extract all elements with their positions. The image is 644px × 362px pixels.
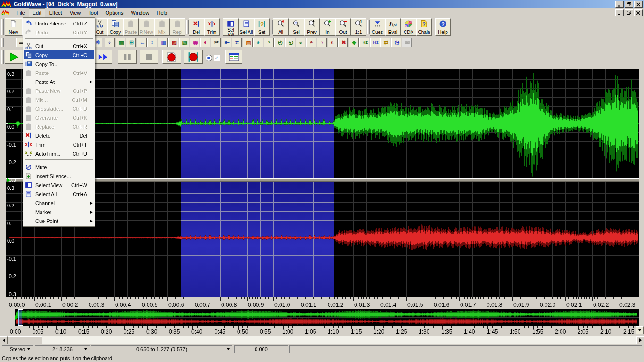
menu-item-select-view[interactable]: Select ViewCtrl+W (24, 181, 94, 189)
channel-mode-selector[interactable]: Stereo (2, 345, 33, 353)
overview-waveform[interactable] (6, 309, 639, 326)
menu-item-channel[interactable]: Channel▶ (24, 198, 94, 207)
menu-item-autotrim[interactable]: AutoTrim...Ctrl+U (24, 149, 94, 158)
toolbar-drag-handle[interactable] (1, 38, 4, 47)
time-knob-icon[interactable]: ◴ (274, 38, 284, 47)
channel-divider[interactable] (6, 178, 639, 182)
vocal-remove-icon[interactable]: ✖ (338, 38, 348, 47)
level-knob-icon[interactable]: ◒ (296, 38, 305, 47)
menu-item-paste[interactable]: PasteCtrl+V (24, 68, 94, 77)
zoom-all-button[interactable]: All (273, 18, 289, 36)
menu-item-undo-silence[interactable]: Undo SilenceCtrl+Z (24, 19, 94, 28)
swap-channels-icon[interactable]: ⇄ (380, 38, 390, 47)
menu-item-replace[interactable]: ReplaceCtrl+R (24, 122, 94, 131)
delete-button[interactable]: Del (189, 18, 204, 36)
position-pane[interactable]: 0.000 (234, 345, 288, 353)
pitch-knob-icon[interactable]: ◕ (253, 38, 263, 47)
menu-item-trim[interactable]: TrimCtrl+T (24, 140, 94, 149)
zoom-1-1-button[interactable]: 11:1 (351, 18, 366, 36)
menu-item-copy[interactable]: CopyCtrl+C (24, 50, 94, 59)
menu-item-marker[interactable]: Marker▶ (24, 207, 94, 216)
menu-item-paste-new[interactable]: Paste NewCtrl+P (24, 86, 94, 95)
horizontal-scrollbar[interactable] (0, 336, 644, 344)
noise-reduction-icon[interactable]: ▧ (179, 38, 189, 47)
resample-icon[interactable]: ↕ (147, 38, 157, 47)
quantize-icon[interactable]: ▦ (116, 38, 125, 47)
record-selection-button[interactable] (184, 50, 203, 64)
scroll-left-button[interactable] (0, 336, 8, 344)
cd-audio-icon[interactable]: ◉ (190, 38, 199, 47)
replace-button[interactable]: Repl (170, 18, 185, 36)
cdx-button[interactable]: CDX (401, 18, 416, 36)
selection-range-selector[interactable]: 0.650 to 1.227 (0.577) (91, 345, 232, 353)
child-close-button[interactable] (634, 9, 643, 16)
help-button[interactable]: ?Help (435, 18, 451, 36)
menu-item-mix[interactable]: Mix...Ctrl+M (24, 95, 94, 104)
link-knob-icon[interactable]: ◑ (317, 38, 327, 47)
paste-new-button[interactable]: P.New (139, 18, 154, 36)
menu-item-overwrite[interactable]: OverwriteCtrl+K (24, 113, 94, 122)
minimize-button[interactable] (615, 1, 624, 8)
evaluate-button[interactable]: f(x)Eval (385, 18, 401, 36)
pitch-scale-icon[interactable]: Hz (370, 38, 380, 47)
menu-item-crossfade[interactable]: Crossfade...Ctrl+D (24, 104, 94, 113)
menu-item-insert-silence[interactable]: Insert Silence... (24, 172, 94, 181)
pause-button[interactable] (118, 50, 137, 64)
menu-item-paste-at[interactable]: Paste At▶ (24, 77, 94, 86)
menu-help[interactable]: Help (153, 8, 172, 17)
fade-knob-icon[interactable]: ◵ (285, 38, 295, 47)
zoom-in-button[interactable]: In (320, 18, 335, 36)
menu-effect[interactable]: Effect (45, 8, 66, 17)
mix-button[interactable]: Mix (154, 18, 170, 36)
record-button[interactable] (162, 50, 181, 64)
menu-item-mute[interactable]: Mute (24, 163, 94, 172)
pan-icon[interactable]: ◐ (328, 38, 338, 47)
monitor-radio[interactable] (206, 55, 212, 61)
menu-file[interactable]: File (13, 8, 29, 17)
mail-icon[interactable]: ✉ (402, 38, 412, 47)
scroll-right-button[interactable] (636, 336, 644, 344)
menu-tool[interactable]: Tool (84, 8, 101, 17)
zoom-selection-button[interactable]: Sel (289, 18, 304, 36)
stop-button[interactable] (140, 50, 158, 64)
select-all-button[interactable]: Sel All (239, 18, 254, 36)
new-button[interactable]: New (5, 18, 22, 36)
boost-knob-icon[interactable]: ◓ (306, 38, 316, 47)
stereo-shape-icon[interactable]: ◆ (349, 38, 359, 47)
fast-forward-button[interactable] (93, 50, 112, 64)
toolbar-drag-handle[interactable] (1, 19, 4, 35)
menu-item-redo[interactable]: RedoCtrl+Y (24, 28, 94, 37)
close-button[interactable] (634, 1, 643, 8)
volume-knob-icon[interactable]: ◔ (264, 38, 274, 47)
menu-view[interactable]: View (66, 8, 85, 17)
chain-button[interactable]: ?Chain (416, 18, 432, 36)
spectrum-icon[interactable]: ≠ (232, 38, 242, 47)
repair-icon[interactable]: ✂ (211, 38, 221, 47)
smoother-icon[interactable]: ⇤ (222, 38, 231, 47)
rainbow-filter-icon[interactable]: ▤ (243, 38, 253, 47)
overview-options-button[interactable] (636, 326, 644, 334)
waveform-view[interactable] (6, 69, 639, 297)
scrollbar-thumb[interactable] (8, 336, 42, 344)
reverse-icon[interactable]: ← (137, 38, 147, 47)
menu-item-select-all[interactable]: Select AllCtrl+A (24, 189, 94, 198)
child-minimize-button[interactable] (615, 9, 624, 16)
cues-button[interactable]: Cues (370, 18, 385, 36)
menu-item-cue-point[interactable]: Cue Point▶ (24, 216, 94, 225)
frequency-icon[interactable]: Hz (359, 38, 369, 47)
offset-icon[interactable]: ÷ (105, 38, 115, 47)
equalizer-icon[interactable]: ▥ (158, 38, 168, 47)
monitor-checkbox[interactable]: ✓ (214, 55, 220, 61)
menu-options[interactable]: Options (101, 8, 127, 17)
toolbar-drag-handle[interactable] (1, 50, 4, 64)
zoom-previous-button[interactable]: Prev (304, 18, 320, 36)
child-restore-button[interactable] (625, 9, 633, 16)
paste-button[interactable]: Paste (123, 18, 139, 36)
menu-item-copy-to[interactable]: Copy To... (24, 59, 94, 68)
set-button[interactable]: ?Set (254, 18, 270, 36)
maximize-icon[interactable]: ⊞ (126, 38, 136, 47)
zoom-out-button[interactable]: Out (335, 18, 351, 36)
trim-button[interactable]: Trim (204, 18, 220, 36)
menu-item-cut[interactable]: CutCtrl+X (24, 41, 94, 50)
control-window-button[interactable] (225, 50, 242, 64)
